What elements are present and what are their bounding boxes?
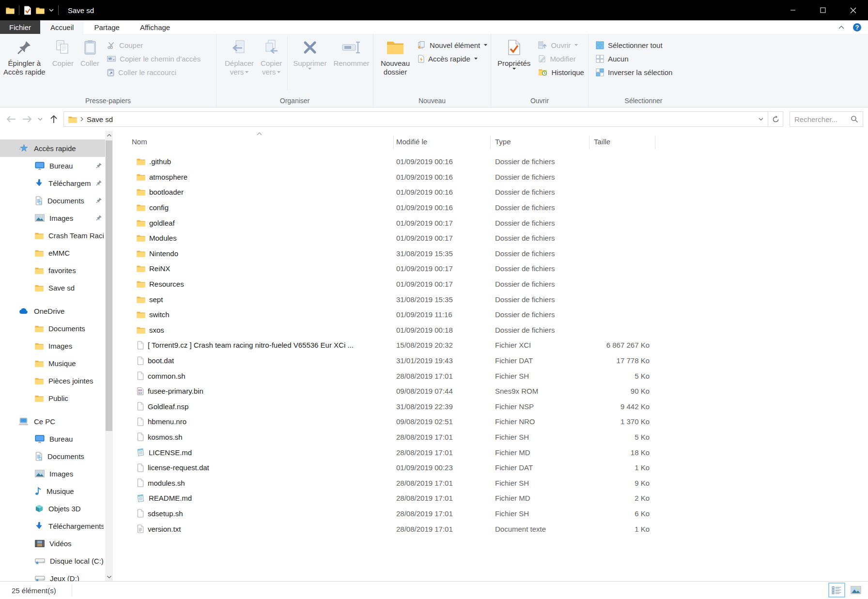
file-row[interactable]: switch01/09/2019 11:16Dossier de fichier…: [116, 307, 868, 323]
file-name-cell[interactable]: goldleaf: [116, 219, 396, 227]
sidebar-item-public[interactable]: Public: [0, 389, 105, 407]
file-name-cell[interactable]: Modules: [116, 234, 396, 242]
column-separator[interactable]: [490, 136, 491, 149]
file-row[interactable]: version.txt28/08/2019 17:01Document text…: [116, 521, 868, 537]
easy-access-button[interactable]: Accès rapide: [413, 52, 492, 65]
file-name-cell[interactable]: ReiNX: [116, 264, 396, 273]
new-folder-quick-icon[interactable]: [36, 7, 45, 14]
sidebar-item-musique[interactable]: Musique: [0, 354, 105, 372]
edit-button[interactable]: Modifier: [534, 52, 589, 65]
file-name-cell[interactable]: kosmos.sh: [116, 432, 396, 441]
recent-locations-button[interactable]: [35, 118, 46, 121]
history-button[interactable]: Historique: [534, 65, 589, 79]
copy-to-button[interactable]: Copier vers: [257, 35, 285, 77]
file-row[interactable]: bootloader01/09/2019 00:16Dossier de fic…: [116, 184, 868, 200]
scroll-up-icon[interactable]: [105, 131, 113, 139]
sidebar-item-emmc[interactable]: eMMC: [0, 244, 105, 261]
rename-button[interactable]: Renommer: [330, 35, 372, 68]
properties-button[interactable]: Propriétés: [494, 35, 534, 70]
file-row[interactable]: [ Torrent9.cz ] Crash team racing nitro-…: [116, 338, 868, 353]
sidebar-item-acc-s-rapide[interactable]: Accès rapide: [0, 139, 105, 157]
file-name-cell[interactable]: Goldleaf.nsp: [116, 402, 396, 411]
pin-to-quick-access-button[interactable]: Épingler à Accès rapide: [0, 35, 49, 77]
file-name-cell[interactable]: atmosphere: [116, 173, 396, 181]
file-name-cell[interactable]: README.md: [116, 494, 396, 503]
customize-toolbar-chevron-icon[interactable]: [49, 9, 54, 12]
open-button[interactable]: Ouvrir: [534, 38, 589, 52]
move-to-button[interactable]: Déplacer vers: [221, 35, 257, 77]
sidebar-item-favorites[interactable]: favorites: [0, 261, 105, 279]
new-item-button[interactable]: Nouvel élément: [413, 38, 492, 52]
sidebar-item-musique[interactable]: Musique: [0, 482, 105, 500]
sidebar-item-jeux-d[interactable]: Jeux (D:): [0, 569, 105, 581]
sidebar-item-bureau[interactable]: Bureau: [0, 157, 105, 174]
file-row[interactable]: Resources01/09/2019 00:17Dossier de fich…: [116, 276, 868, 292]
file-row[interactable]: common.sh28/08/2019 17:01Fichier SH5 Ko: [116, 368, 868, 384]
file-row[interactable]: kosmos.sh28/08/2019 17:01Fichier SH5 Ko: [116, 430, 868, 445]
paste-button[interactable]: Coller: [77, 35, 103, 68]
column-header-date[interactable]: Modifié le: [396, 138, 427, 146]
sidebar-item-onedrive[interactable]: OneDrive: [0, 302, 105, 320]
select-all-button[interactable]: Sélectionner tout: [591, 38, 677, 52]
file-row[interactable]: goldleaf01/09/2019 00:17Dossier de fichi…: [116, 215, 868, 230]
file-row[interactable]: sept31/08/2019 15:35Dossier de fichiers: [116, 292, 868, 307]
file-row[interactable]: README.md28/08/2019 17:01Fichier MD2 Ko: [116, 491, 868, 506]
file-row[interactable]: Modules01/09/2019 00:17Dossier de fichie…: [116, 230, 868, 246]
file-name-cell[interactable]: bootloader: [116, 188, 396, 196]
tab-fichier[interactable]: Fichier: [0, 20, 40, 34]
up-button[interactable]: [46, 114, 62, 124]
file-name-cell[interactable]: switch: [116, 310, 396, 319]
column-header-name[interactable]: Nom: [132, 138, 147, 146]
tab-accueil[interactable]: Accueil: [40, 20, 84, 34]
file-name-cell[interactable]: AXfusee-primary.bin: [116, 387, 396, 396]
sidebar-scrollbar[interactable]: [105, 131, 113, 581]
sidebar-item-save-sd[interactable]: Save sd: [0, 279, 105, 296]
column-separator[interactable]: [589, 136, 589, 149]
sidebar-item-images[interactable]: Images: [0, 337, 105, 354]
sidebar-item-ce-pc[interactable]: Ce PC: [0, 413, 105, 430]
file-name-cell[interactable]: version.txt: [116, 524, 396, 533]
file-row[interactable]: LICENSE.md28/08/2019 17:01Fichier MD18 K…: [116, 445, 868, 460]
file-name-cell[interactable]: LICENSE.md: [116, 448, 396, 457]
sidebar-item-pi-ces-jointes[interactable]: Pièces jointes: [0, 372, 105, 389]
tab-affichage[interactable]: Affichage: [130, 20, 180, 34]
forward-button[interactable]: [19, 115, 35, 123]
search-input[interactable]: Rechercher...: [790, 111, 863, 127]
file-row[interactable]: hbmenu.nro09/08/2019 02:51Fichier NRO1 3…: [116, 414, 868, 430]
address-dropdown-button[interactable]: [754, 112, 768, 126]
file-name-cell[interactable]: Nintendo: [116, 249, 396, 258]
copy-button[interactable]: Copier: [49, 35, 77, 68]
file-name-cell[interactable]: sdsetup.sh: [116, 509, 396, 518]
minimize-button[interactable]: [778, 0, 808, 20]
collapse-ribbon-icon[interactable]: [838, 26, 844, 29]
scrollbar-thumb[interactable]: [106, 140, 112, 431]
help-icon[interactable]: ?: [853, 23, 861, 31]
select-none-button[interactable]: Aucun: [591, 52, 677, 65]
sidebar-item-documents[interactable]: Documents: [0, 320, 105, 337]
sidebar-item-documents[interactable]: Documents: [0, 192, 105, 209]
tab-partage[interactable]: Partage: [84, 20, 130, 34]
file-row[interactable]: .github01/09/2019 00:16Dossier de fichie…: [116, 154, 868, 169]
file-name-cell[interactable]: license-request.dat: [116, 463, 396, 472]
breadcrumb-segment[interactable]: Save sd: [87, 115, 113, 123]
details-view-button[interactable]: [828, 583, 845, 598]
file-row[interactable]: license-request.dat01/09/2019 00:23Fichi…: [116, 460, 868, 476]
sidebar-item-t-l-chargements[interactable]: Téléchargements: [0, 517, 105, 535]
file-name-cell[interactable]: common.sh: [116, 371, 396, 380]
new-folder-button[interactable]: Nouveau dossier: [377, 35, 413, 77]
file-name-cell[interactable]: sxos: [116, 326, 396, 334]
paste-shortcut-button[interactable]: Coller le raccourci: [103, 65, 205, 79]
address-bar[interactable]: Save sd: [63, 111, 768, 127]
file-row[interactable]: Goldleaf.nsp31/08/2019 22:39Fichier NSP9…: [116, 399, 868, 415]
sidebar-item-vid-os[interactable]: Vidéos: [0, 535, 105, 552]
sidebar-item-disque-local-c[interactable]: Disque local (C:): [0, 552, 105, 569]
copy-path-button[interactable]: Copier le chemin d'accès: [103, 52, 205, 65]
column-separator[interactable]: [655, 136, 655, 149]
sidebar-item-images[interactable]: Images: [0, 209, 105, 227]
file-name-cell[interactable]: sept: [116, 295, 396, 304]
file-name-cell[interactable]: [ Torrent9.cz ] Crash team racing nitro-…: [116, 341, 396, 350]
file-name-cell[interactable]: modules.sh: [116, 478, 396, 487]
file-row[interactable]: sdsetup.sh28/08/2019 17:01Fichier SH6 Ko: [116, 506, 868, 522]
file-row[interactable]: config01/09/2019 00:16Dossier de fichier…: [116, 200, 868, 215]
cut-button[interactable]: Couper: [103, 38, 205, 52]
